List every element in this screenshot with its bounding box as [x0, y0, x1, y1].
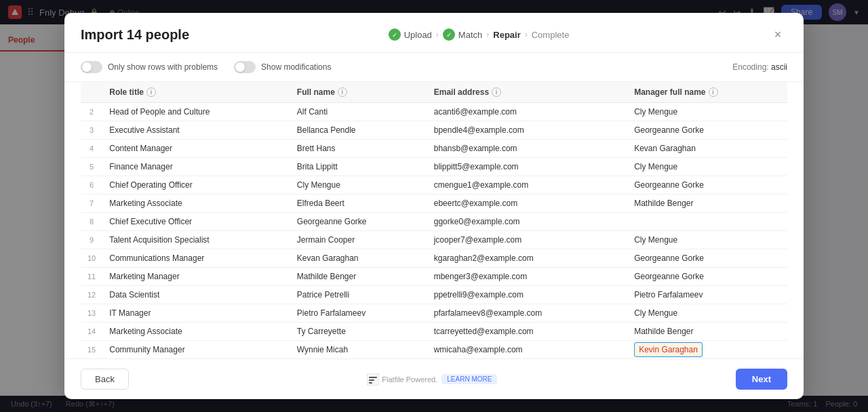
- row-number: 13: [81, 304, 102, 323]
- close-button[interactable]: ×: [768, 25, 787, 44]
- powered-by-label: Flatfile Powered.: [382, 375, 437, 384]
- show-problems-toggle-group: Only show rows with problems: [81, 61, 218, 73]
- cell-role_title: Talent Acquisition Specialist: [102, 231, 290, 249]
- highlighted-cell[interactable]: Kevin Garaghan: [634, 342, 703, 357]
- cell-manager_full_name: Mathilde Benger: [627, 323, 787, 341]
- cell-email_address: tcarreyetted@example.com: [427, 323, 627, 341]
- cell-full_name: Kevan Garaghan: [290, 249, 427, 268]
- table-row[interactable]: 15Community ManagerWynnie Micahwmicaha@e…: [81, 341, 787, 359]
- next-button[interactable]: Next: [736, 369, 787, 390]
- cell-email_address: bhansb@example.com: [427, 140, 627, 158]
- full-name-info-icon[interactable]: i: [338, 87, 347, 97]
- data-table: Role title i Full name i: [81, 82, 787, 358]
- back-button[interactable]: Back: [81, 369, 129, 390]
- cell-email_address: ebeertc@example.com: [427, 194, 627, 213]
- table-row[interactable]: 7Marketing AssociateElfreda Beertebeertc…: [81, 194, 787, 213]
- cell-role_title: IT Manager: [102, 304, 290, 323]
- cell-manager_full_name: Pietro Farfalameev: [627, 286, 787, 304]
- match-check-icon: ✓: [443, 28, 455, 41]
- cell-full_name: Patrice Petrelli: [290, 286, 427, 304]
- cell-manager_full_name: Cly Mengue: [627, 304, 787, 323]
- table-row[interactable]: 8Chief Executive OfficerGeorgeanne Gorke…: [81, 213, 787, 231]
- table-row[interactable]: 4Content ManagerBrett Hansbhansb@example…: [81, 140, 787, 158]
- table-row[interactable]: 11Marketing ManagerMathilde Bengermbenge…: [81, 268, 787, 286]
- show-problems-label: Only show rows with problems: [108, 62, 218, 72]
- cell-email_address: blippitt5@example.com: [427, 158, 627, 176]
- show-modifications-toggle-group: Show modifications: [234, 61, 331, 73]
- cell-email_address: pfarfalameev8@example.com: [427, 304, 627, 323]
- cell-manager_full_name: Georgeanne Gorke: [627, 268, 787, 286]
- show-problems-toggle[interactable]: [81, 61, 102, 73]
- cell-manager_full_name: Cly Mengue: [627, 158, 787, 176]
- learn-more-button[interactable]: LEARN MORE: [441, 374, 497, 384]
- cell-manager_full_name: Cly Mengue: [627, 231, 787, 249]
- cell-full_name: Bellanca Pendle: [290, 121, 427, 140]
- cell-email_address: mbenger3@example.com: [427, 268, 627, 286]
- role-title-info-icon[interactable]: i: [146, 87, 156, 97]
- row-number: 5: [81, 158, 102, 176]
- manager-info-icon[interactable]: i: [709, 87, 718, 97]
- row-number: 3: [81, 121, 102, 140]
- cell-role_title: Communications Manager: [102, 249, 290, 268]
- cell-manager_full_name: Georgeanne Gorke: [627, 121, 787, 140]
- cell-manager_full_name: Georgeanne Gorke: [627, 249, 787, 268]
- encoding-value: ascii: [771, 62, 787, 72]
- step-repair: Repair: [493, 30, 520, 40]
- modal-steps: ✓ Upload › ✓ Match › Repair › Complete: [389, 28, 570, 41]
- cell-email_address: kgaraghan2@example.com: [427, 249, 627, 268]
- modal-header: Import 14 people ✓ Upload › ✓ Match › Re…: [64, 13, 804, 53]
- row-number: 4: [81, 140, 102, 158]
- cell-manager_full_name: Kevan Garaghan: [627, 140, 787, 158]
- modal-toggles: Only show rows with problems Show modifi…: [64, 53, 804, 82]
- row-number: 11: [81, 268, 102, 286]
- cell-email_address: ggorke0@example.com: [427, 213, 627, 231]
- col-header-email: Email address i: [427, 82, 627, 103]
- show-modifications-toggle[interactable]: [234, 61, 256, 73]
- table-row[interactable]: 6Chief Operating OfficerCly Menguecmengu…: [81, 176, 787, 194]
- cell-full_name: Elfreda Beert: [290, 194, 427, 213]
- cell-role_title: Data Scientist: [102, 286, 290, 304]
- cell-email_address: ppetrelli9@example.com: [427, 286, 627, 304]
- cell-email_address: cmengue1@example.com: [427, 176, 627, 194]
- col-header-full-name: Full name i: [290, 82, 427, 103]
- row-number: 15: [81, 341, 102, 359]
- cell-full_name: Brett Hans: [290, 140, 427, 158]
- table-row[interactable]: 9Talent Acquisition SpecialistJermain Co…: [81, 231, 787, 249]
- cell-manager_full_name: Cly Mengue: [627, 103, 787, 121]
- cell-role_title: Marketing Manager: [102, 268, 290, 286]
- cell-role_title: Finance Manager: [102, 158, 290, 176]
- cell-role_title: Executive Assistant: [102, 121, 290, 140]
- modal-title: Import 14 people: [81, 27, 189, 43]
- row-number: 12: [81, 286, 102, 304]
- cell-manager_full_name: Mathilde Benger: [627, 194, 787, 213]
- cell-manager_full_name: [627, 213, 787, 231]
- table-header-row: Role title i Full name i: [81, 82, 787, 103]
- row-number: 8: [81, 213, 102, 231]
- col-header-manager: Manager full name i: [627, 82, 787, 103]
- table-body: 2Head of People and CultureAlf Cantiacan…: [81, 103, 787, 359]
- show-modifications-label: Show modifications: [261, 62, 331, 72]
- table-row[interactable]: 13IT ManagerPietro Farfalameevpfarfalame…: [81, 304, 787, 323]
- cell-role_title: Chief Operating Officer: [102, 176, 290, 194]
- cell-email_address: bpendle4@example.com: [427, 121, 627, 140]
- table-row[interactable]: 5Finance ManagerBrita Lippittblippitt5@e…: [81, 158, 787, 176]
- upload-check-icon: ✓: [389, 28, 401, 41]
- svg-rect-4: [369, 382, 372, 384]
- col-header-num: [81, 82, 102, 103]
- cell-email_address: jcooper7@example.com: [427, 231, 627, 249]
- svg-rect-3: [369, 379, 374, 381]
- flatfile-badge: Flatfile Powered. LEARN MORE: [367, 373, 497, 386]
- flatfile-logo: Flatfile Powered.: [367, 373, 437, 386]
- row-number: 6: [81, 176, 102, 194]
- row-number: 7: [81, 194, 102, 213]
- table-row[interactable]: 2Head of People and CultureAlf Cantiacan…: [81, 103, 787, 121]
- table-row[interactable]: 3Executive AssistantBellanca Pendlebpend…: [81, 121, 787, 140]
- table-row[interactable]: 10Communications ManagerKevan Garaghankg…: [81, 249, 787, 268]
- table-row[interactable]: 12Data ScientistPatrice Petrellippetrell…: [81, 286, 787, 304]
- cell-full_name: Wynnie Micah: [290, 341, 427, 359]
- email-info-icon[interactable]: i: [492, 87, 501, 97]
- cell-manager_full_name: Georgeanne Gorke: [627, 176, 787, 194]
- modal-footer: Back Flatfile Powered. LEARN MORE Next: [64, 358, 804, 399]
- table-row[interactable]: 14Marketing AssociateTy Carreyettetcarre…: [81, 323, 787, 341]
- step-upload: ✓ Upload: [389, 28, 432, 41]
